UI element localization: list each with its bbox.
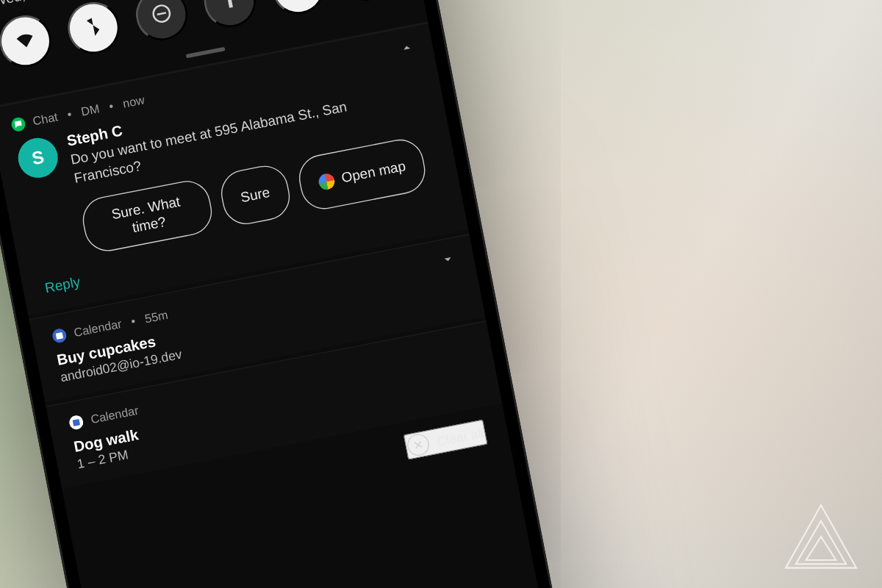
svg-marker-13 [806, 537, 836, 560]
phone-frame: 31 [0, 0, 592, 588]
contrast-icon [285, 0, 312, 2]
calendar-app-icon [68, 415, 85, 431]
chat-app-icon [10, 116, 26, 132]
clear-all-button[interactable]: Clear all [404, 420, 488, 460]
separator-dot [106, 98, 116, 114]
qs-bluetooth-tile[interactable] [63, 0, 123, 58]
clear-all-icon [406, 432, 431, 458]
bluetooth-icon [81, 13, 107, 42]
phone-screen: 31 [0, 0, 575, 588]
dnd-icon [148, 0, 175, 29]
collapse-toggle[interactable] [398, 38, 417, 61]
svg-rect-9 [56, 333, 63, 340]
smart-reply-chip-2[interactable]: Sure [217, 162, 293, 229]
calendar-app-icon [51, 328, 68, 344]
svg-marker-12 [796, 521, 846, 564]
chevron-down-icon [439, 252, 458, 272]
notification-time: now [122, 93, 146, 111]
chevron-up-icon [398, 40, 417, 60]
open-map-chip[interactable]: Open map [295, 135, 429, 213]
separator-dot [128, 314, 138, 329]
qs-battery-saver-tile[interactable] [336, 0, 396, 5]
svg-rect-10 [73, 419, 80, 426]
notification-app-name: Calendar [90, 404, 140, 427]
open-map-label: Open map [340, 158, 407, 187]
maps-icon [317, 172, 335, 190]
wifi-icon [12, 27, 39, 56]
separator-dot [64, 107, 74, 122]
smart-reply-chip-1[interactable]: Sure. What time? [79, 176, 216, 255]
svg-marker-11 [786, 505, 856, 567]
notification-channel: DM [80, 101, 101, 118]
qs-dark-theme-tile[interactable] [268, 0, 328, 18]
collapse-toggle[interactable] [439, 250, 458, 273]
qs-wifi-tile[interactable] [0, 11, 56, 71]
clear-all-label: Clear all [436, 426, 485, 449]
qs-flashlight-tile[interactable] [200, 0, 260, 32]
notification-time: 55m [144, 308, 170, 326]
sender-avatar: S [15, 135, 61, 181]
verge-watermark [781, 501, 861, 572]
qs-dnd-tile[interactable] [132, 0, 192, 45]
svg-rect-5 [157, 11, 166, 15]
flashlight-icon [217, 0, 243, 15]
notification-app-name: Chat [32, 110, 59, 129]
notification-app-name: Calendar [73, 318, 123, 340]
reply-action[interactable]: Reply [43, 273, 82, 295]
